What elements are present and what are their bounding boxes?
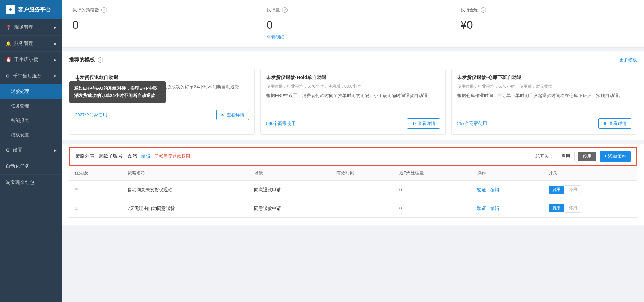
sidebar-item-baobiao[interactable]: 智能报表 <box>0 113 62 128</box>
no-permission-label: 子帐号无退款权限 <box>154 153 190 159</box>
strategy-table: 优先级 策略名称 场景 有效时间 近7天处理量 操作 开关 ≡ 自动同意 <box>69 166 637 218</box>
map-pin-icon: 📍 <box>6 25 11 30</box>
td-switch-1: 启用 停用 <box>543 181 637 199</box>
stat-title-volume: 执行量 ? <box>266 7 440 13</box>
sidebar-item-shouhou[interactable]: ⚙ 千牛售后服务 ▼ <box>0 68 62 84</box>
chevron-right-icon-2: ▶ <box>54 42 57 46</box>
sidebar-item-xianchang[interactable]: 📍 现场管理 ▶ <box>0 19 62 36</box>
sidebar-item-renwu[interactable]: 任务管理 <box>0 99 62 113</box>
sidebar-label-fuwu: 服务管理 <box>14 40 33 47</box>
bell-icon: 🔔 <box>6 41 11 46</box>
templates-title: 推荐的模板 ? <box>69 57 103 63</box>
td-name-1: 自动同意未发货仅退款 <box>122 181 249 199</box>
template-card-count-2: 590个商家使用 <box>266 120 296 127</box>
template-card-footer-1: 2927个商家使用 👁 查看详情 <box>75 110 249 120</box>
td-name-2: 7天无理由自动同意退货 <box>122 199 249 218</box>
btn-verify-2[interactable]: 验证 <box>477 206 486 211</box>
template-card-desc-2: 根据ERP中设置：消费者付款时间至推单时间的间隔。小于该间隔时间退款自动退 <box>266 92 440 113</box>
stat-value-amount: ¥0 <box>461 19 634 31</box>
table-row-2: ≡ 7天无理由自动同意退货 同意退款申请 0 验证 编辑 启用 停用 <box>69 199 637 218</box>
stat-link-volume[interactable]: 查看明细 <box>266 34 440 40</box>
strategy-section: 策略列表 退款子账号：磊然 编辑 子帐号无退款权限 总开关： 启用 停用 + 添… <box>62 144 644 225</box>
sidebar-label-zidonghua: 自动化任务 <box>6 163 30 169</box>
td-action-2: 验证 编辑 <box>472 199 543 218</box>
td-priority-1: ≡ <box>69 181 122 199</box>
stats-row: 执行的策略数 ? 0 执行量 ? 0 查看明细 执行金额 ? ¥0 <box>62 0 644 48</box>
btn-add-strategy[interactable]: + 添加策略 <box>600 151 631 162</box>
btn-edit-2[interactable]: 编辑 <box>490 206 499 211</box>
table-row: ≡ 自动同意未发货仅退款 同意退款申请 0 验证 编辑 启用 停用 <box>69 181 637 199</box>
td-volume-1: 0 <box>394 181 472 199</box>
sidebar: ✦ 客户服务平台 📍 现场管理 ▶ 🔔 服务管理 ▶ ⏰ 千牛店小蜜 ▶ ⚙ 千… <box>0 0 62 302</box>
td-switch-2: 启用 停用 <box>543 199 637 218</box>
sidebar-label-renwu: 任务管理 <box>11 103 29 109</box>
strategy-list-title: 策略列表 <box>75 153 94 159</box>
stat-title-policy: 执行的策略数 ? <box>72 7 245 13</box>
btn-verify-1[interactable]: 验证 <box>477 187 486 192</box>
th-switch: 开关 <box>543 166 637 181</box>
btn-off-2[interactable]: 停用 <box>565 204 581 213</box>
chevron-right-icon: ▶ <box>54 26 57 29</box>
stat-title-amount: 执行金额 ? <box>461 7 634 13</box>
sidebar-item-xiaopu[interactable]: ⏰ 千牛店小蜜 ▶ <box>0 52 62 68</box>
btn-off-1[interactable]: 停用 <box>565 185 581 194</box>
sidebar-item-zidonghua[interactable]: 自动化任务 <box>0 158 62 175</box>
sidebar-item-fuwu[interactable]: 🔔 服务管理 ▶ <box>0 36 62 52</box>
sidebar-label-shezhi: 设置 <box>13 147 22 153</box>
strategy-table-wrapper: 优先级 策略名称 场景 有效时间 近7天处理量 操作 开关 ≡ 自动同意 <box>62 166 644 225</box>
th-volume: 近7天处理量 <box>394 166 472 181</box>
btn-detail-3[interactable]: 👁 查看详情 <box>598 118 631 129</box>
strategy-header-left: 策略列表 退款子账号：磊然 编辑 子帐号无退款权限 <box>75 153 190 159</box>
template-card-footer-3: 257个商家使用 👁 查看详情 <box>457 118 631 129</box>
drag-handle-1[interactable]: ≡ <box>74 187 78 193</box>
help-icon-templates[interactable]: ? <box>98 57 103 63</box>
btn-detail-2[interactable]: 👁 查看详情 <box>407 118 440 129</box>
btn-on-1[interactable]: 启用 <box>549 186 564 194</box>
sidebar-label-hongbao: 淘宝现金红包 <box>6 179 34 186</box>
logo-icon: ✦ <box>6 5 15 14</box>
th-action: 操作 <box>472 166 543 181</box>
btn-enable-global[interactable]: 启用 <box>557 152 575 161</box>
sidebar-item-tuikuan[interactable]: 退款处理 <box>0 84 62 99</box>
btn-disable-global[interactable]: 停用 <box>578 152 596 161</box>
strategy-table-header-row: 优先级 策略名称 场景 有效时间 近7天处理量 操作 开关 <box>69 166 637 181</box>
help-icon-volume[interactable]: ? <box>282 7 288 13</box>
th-name: 策略名称 <box>122 166 249 181</box>
help-icon-amount[interactable]: ? <box>481 7 486 13</box>
sidebar-item-hongbao[interactable]: 淘宝现金红包 <box>0 175 62 191</box>
template-card-effect-2: 使用效果：行业平均：6.76小时，使用后：0.00小时 <box>266 84 440 89</box>
template-card-count-1: 2927个商家使用 <box>75 112 107 118</box>
templates-section: 推荐的模板 ? 更多模板 未发货仅退款自动退 通过ERP与AG的系统对接，实现E… <box>62 51 644 140</box>
btn-detail-1[interactable]: 👁 查看详情 <box>216 110 249 120</box>
strategy-header-right: 总开关： 启用 停用 + 添加策略 <box>535 151 631 162</box>
edit-link[interactable]: 编辑 <box>141 153 150 159</box>
more-templates-link[interactable]: 更多模板 <box>619 57 637 63</box>
drag-handle-2[interactable]: ≡ <box>74 205 78 211</box>
tooltip-card1: 通过ERP与AG的系统对接，实现ERP中取消发货成功的订单24小时不间断自动退款 <box>69 81 166 103</box>
template-card-2: 未发货仅退款-Hold单自动退 使用效果：行业平均：6.76小时，使用后：0.0… <box>260 69 446 135</box>
sidebar-label-shouhou: 千牛售后服务 <box>13 73 42 79</box>
td-valid-1 <box>331 181 394 199</box>
template-card-footer-2: 590个商家使用 👁 查看详情 <box>266 118 440 129</box>
stat-exec-amount: 执行金额 ? ¥0 <box>450 0 644 47</box>
stat-policy-count: 执行的策略数 ? 0 <box>62 0 256 47</box>
template-cards-container: 未发货仅退款自动退 通过ERP与AG的系统对接，实现ERP中取消发货成功的订单2… <box>69 69 637 135</box>
chevron-down-icon: ▼ <box>53 74 57 78</box>
sidebar-item-moban[interactable]: 模板设置 <box>0 128 62 142</box>
btn-edit-1[interactable]: 编辑 <box>490 187 499 192</box>
sidebar-logo: ✦ 客户服务平台 <box>0 0 62 19</box>
th-priority: 优先级 <box>69 166 122 181</box>
chevron-right-icon-4: ▶ <box>54 148 57 152</box>
td-action-1: 验证 编辑 <box>472 181 543 199</box>
eye-icon-3: 👁 <box>603 121 607 126</box>
btn-on-2[interactable]: 启用 <box>549 204 564 212</box>
help-icon-policy[interactable]: ? <box>101 7 107 13</box>
sidebar-item-shezhi[interactable]: ⚙ 设置 ▶ <box>0 142 62 158</box>
sidebar-label-moban: 模板设置 <box>11 132 29 138</box>
strategy-table-head: 优先级 策略名称 场景 有效时间 近7天处理量 操作 开关 <box>69 166 637 181</box>
templates-header: 推荐的模板 ? 更多模板 <box>69 57 637 63</box>
eye-icon-2: 👁 <box>412 121 416 126</box>
strategy-header-bar: 策略列表 退款子账号：磊然 编辑 子帐号无退款权限 总开关： 启用 停用 + 添… <box>69 147 637 166</box>
td-scene-1: 同意退款申请 <box>249 181 331 199</box>
template-card-desc-3: 根据仓库作业时间，当订单下单时间且发起退款时间均在仓库下班后，实现自动退。 <box>457 92 631 113</box>
